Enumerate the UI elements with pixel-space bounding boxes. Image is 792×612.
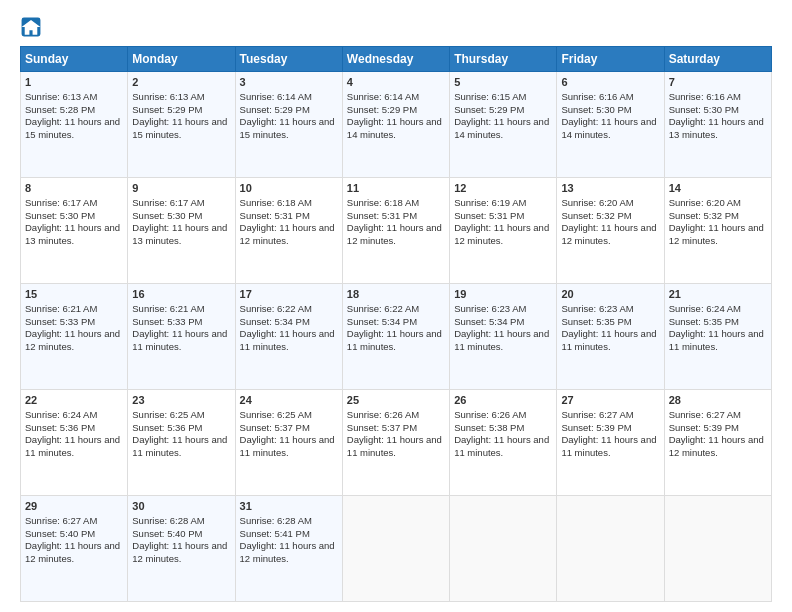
day-number: 3	[240, 75, 338, 90]
sunset-text: Sunset: 5:30 PM	[132, 210, 202, 221]
day-number: 24	[240, 393, 338, 408]
sunset-text: Sunset: 5:29 PM	[132, 104, 202, 115]
sunrise-text: Sunrise: 6:22 AM	[240, 303, 312, 314]
calendar-cell: 21Sunrise: 6:24 AMSunset: 5:35 PMDayligh…	[664, 284, 771, 390]
calendar-cell: 8Sunrise: 6:17 AMSunset: 5:30 PMDaylight…	[21, 178, 128, 284]
calendar-cell: 29Sunrise: 6:27 AMSunset: 5:40 PMDayligh…	[21, 496, 128, 602]
daylight-text: Daylight: 11 hours and 11 minutes.	[132, 434, 227, 458]
day-number: 17	[240, 287, 338, 302]
sunset-text: Sunset: 5:29 PM	[240, 104, 310, 115]
calendar-cell: 20Sunrise: 6:23 AMSunset: 5:35 PMDayligh…	[557, 284, 664, 390]
sunrise-text: Sunrise: 6:21 AM	[25, 303, 97, 314]
sunrise-text: Sunrise: 6:20 AM	[669, 197, 741, 208]
calendar-table: SundayMondayTuesdayWednesdayThursdayFrid…	[20, 46, 772, 602]
sunrise-text: Sunrise: 6:20 AM	[561, 197, 633, 208]
daylight-text: Daylight: 11 hours and 15 minutes.	[25, 116, 120, 140]
calendar-cell: 3Sunrise: 6:14 AMSunset: 5:29 PMDaylight…	[235, 72, 342, 178]
sunset-text: Sunset: 5:30 PM	[669, 104, 739, 115]
sunset-text: Sunset: 5:36 PM	[25, 422, 95, 433]
daylight-text: Daylight: 11 hours and 12 minutes.	[669, 434, 764, 458]
daylight-text: Daylight: 11 hours and 11 minutes.	[240, 328, 335, 352]
day-number: 9	[132, 181, 230, 196]
sunrise-text: Sunrise: 6:24 AM	[669, 303, 741, 314]
day-number: 25	[347, 393, 445, 408]
day-number: 19	[454, 287, 552, 302]
day-number: 23	[132, 393, 230, 408]
sunrise-text: Sunrise: 6:15 AM	[454, 91, 526, 102]
col-header-friday: Friday	[557, 47, 664, 72]
sunrise-text: Sunrise: 6:25 AM	[240, 409, 312, 420]
col-header-saturday: Saturday	[664, 47, 771, 72]
day-number: 20	[561, 287, 659, 302]
calendar-week-row: 29Sunrise: 6:27 AMSunset: 5:40 PMDayligh…	[21, 496, 772, 602]
calendar-cell: 27Sunrise: 6:27 AMSunset: 5:39 PMDayligh…	[557, 390, 664, 496]
sunset-text: Sunset: 5:41 PM	[240, 528, 310, 539]
daylight-text: Daylight: 11 hours and 12 minutes.	[561, 222, 656, 246]
sunset-text: Sunset: 5:35 PM	[669, 316, 739, 327]
day-number: 29	[25, 499, 123, 514]
calendar-week-row: 15Sunrise: 6:21 AMSunset: 5:33 PMDayligh…	[21, 284, 772, 390]
calendar-cell: 6Sunrise: 6:16 AMSunset: 5:30 PMDaylight…	[557, 72, 664, 178]
sunrise-text: Sunrise: 6:26 AM	[454, 409, 526, 420]
sunset-text: Sunset: 5:38 PM	[454, 422, 524, 433]
daylight-text: Daylight: 11 hours and 12 minutes.	[347, 222, 442, 246]
sunset-text: Sunset: 5:40 PM	[25, 528, 95, 539]
day-number: 2	[132, 75, 230, 90]
daylight-text: Daylight: 11 hours and 12 minutes.	[669, 222, 764, 246]
sunset-text: Sunset: 5:34 PM	[454, 316, 524, 327]
sunrise-text: Sunrise: 6:22 AM	[347, 303, 419, 314]
daylight-text: Daylight: 11 hours and 12 minutes.	[240, 222, 335, 246]
sunset-text: Sunset: 5:31 PM	[240, 210, 310, 221]
col-header-sunday: Sunday	[21, 47, 128, 72]
sunset-text: Sunset: 5:33 PM	[25, 316, 95, 327]
sunset-text: Sunset: 5:33 PM	[132, 316, 202, 327]
daylight-text: Daylight: 11 hours and 11 minutes.	[347, 328, 442, 352]
daylight-text: Daylight: 11 hours and 12 minutes.	[240, 540, 335, 564]
daylight-text: Daylight: 11 hours and 13 minutes.	[25, 222, 120, 246]
calendar-cell: 2Sunrise: 6:13 AMSunset: 5:29 PMDaylight…	[128, 72, 235, 178]
daylight-text: Daylight: 11 hours and 11 minutes.	[347, 434, 442, 458]
calendar-cell: 10Sunrise: 6:18 AMSunset: 5:31 PMDayligh…	[235, 178, 342, 284]
sunrise-text: Sunrise: 6:27 AM	[561, 409, 633, 420]
col-header-wednesday: Wednesday	[342, 47, 449, 72]
calendar-cell: 15Sunrise: 6:21 AMSunset: 5:33 PMDayligh…	[21, 284, 128, 390]
col-header-tuesday: Tuesday	[235, 47, 342, 72]
daylight-text: Daylight: 11 hours and 11 minutes.	[561, 328, 656, 352]
calendar-cell: 28Sunrise: 6:27 AMSunset: 5:39 PMDayligh…	[664, 390, 771, 496]
calendar-cell: 7Sunrise: 6:16 AMSunset: 5:30 PMDaylight…	[664, 72, 771, 178]
sunrise-text: Sunrise: 6:16 AM	[561, 91, 633, 102]
sunset-text: Sunset: 5:37 PM	[240, 422, 310, 433]
sunrise-text: Sunrise: 6:13 AM	[25, 91, 97, 102]
daylight-text: Daylight: 11 hours and 15 minutes.	[132, 116, 227, 140]
day-number: 5	[454, 75, 552, 90]
sunset-text: Sunset: 5:36 PM	[132, 422, 202, 433]
logo	[20, 16, 44, 38]
sunrise-text: Sunrise: 6:23 AM	[561, 303, 633, 314]
day-number: 16	[132, 287, 230, 302]
sunset-text: Sunset: 5:28 PM	[25, 104, 95, 115]
sunset-text: Sunset: 5:32 PM	[561, 210, 631, 221]
sunset-text: Sunset: 5:29 PM	[454, 104, 524, 115]
calendar-cell: 11Sunrise: 6:18 AMSunset: 5:31 PMDayligh…	[342, 178, 449, 284]
sunset-text: Sunset: 5:39 PM	[669, 422, 739, 433]
col-header-monday: Monday	[128, 47, 235, 72]
day-number: 10	[240, 181, 338, 196]
sunrise-text: Sunrise: 6:17 AM	[132, 197, 204, 208]
day-number: 13	[561, 181, 659, 196]
sunrise-text: Sunrise: 6:28 AM	[132, 515, 204, 526]
sunset-text: Sunset: 5:40 PM	[132, 528, 202, 539]
daylight-text: Daylight: 11 hours and 11 minutes.	[240, 434, 335, 458]
sunset-text: Sunset: 5:31 PM	[454, 210, 524, 221]
daylight-text: Daylight: 11 hours and 12 minutes.	[25, 540, 120, 564]
calendar-cell: 13Sunrise: 6:20 AMSunset: 5:32 PMDayligh…	[557, 178, 664, 284]
calendar-cell: 22Sunrise: 6:24 AMSunset: 5:36 PMDayligh…	[21, 390, 128, 496]
day-number: 21	[669, 287, 767, 302]
calendar-cell: 9Sunrise: 6:17 AMSunset: 5:30 PMDaylight…	[128, 178, 235, 284]
sunset-text: Sunset: 5:32 PM	[669, 210, 739, 221]
calendar-cell: 19Sunrise: 6:23 AMSunset: 5:34 PMDayligh…	[450, 284, 557, 390]
sunset-text: Sunset: 5:37 PM	[347, 422, 417, 433]
day-number: 11	[347, 181, 445, 196]
day-number: 30	[132, 499, 230, 514]
day-number: 18	[347, 287, 445, 302]
day-number: 27	[561, 393, 659, 408]
